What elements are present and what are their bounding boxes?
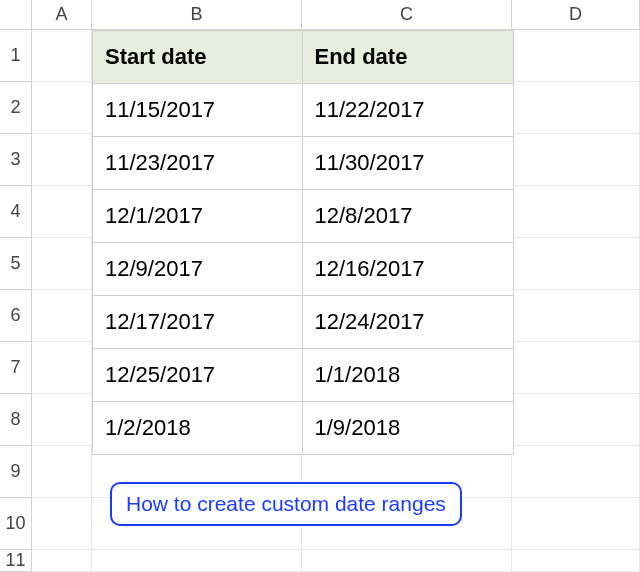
col-header-a[interactable]: A bbox=[32, 0, 92, 30]
table-row: 12/9/2017 12/16/2017 bbox=[93, 243, 514, 296]
cell-b11[interactable] bbox=[92, 550, 302, 572]
cell-d11[interactable] bbox=[512, 550, 640, 572]
tutorial-link-box[interactable]: How to create custom date ranges bbox=[110, 482, 462, 526]
cell-a2[interactable] bbox=[32, 82, 92, 134]
table-row: 1/2/2018 1/9/2018 bbox=[93, 402, 514, 455]
cell-d1[interactable] bbox=[512, 30, 640, 82]
row-header-1[interactable]: 1 bbox=[0, 30, 32, 82]
cell-d3[interactable] bbox=[512, 134, 640, 186]
header-end-date[interactable]: End date bbox=[302, 31, 514, 84]
date-range-table-wrapper: Start date End date 11/15/2017 11/22/201… bbox=[92, 30, 514, 455]
row-header-7[interactable]: 7 bbox=[0, 342, 32, 394]
row-header-2[interactable]: 2 bbox=[0, 82, 32, 134]
table-row: 11/23/2017 11/30/2017 bbox=[93, 137, 514, 190]
cell-end-date[interactable]: 12/8/2017 bbox=[302, 190, 514, 243]
cell-start-date[interactable]: 11/15/2017 bbox=[93, 84, 303, 137]
header-start-date[interactable]: Start date bbox=[93, 31, 303, 84]
row-header-10[interactable]: 10 bbox=[0, 498, 32, 550]
table-row: 12/25/2017 1/1/2018 bbox=[93, 349, 514, 402]
cell-start-date[interactable]: 12/9/2017 bbox=[93, 243, 303, 296]
cell-end-date[interactable]: 12/24/2017 bbox=[302, 296, 514, 349]
cell-a1[interactable] bbox=[32, 30, 92, 82]
row-header-5[interactable]: 5 bbox=[0, 238, 32, 290]
cell-end-date[interactable]: 11/22/2017 bbox=[302, 84, 514, 137]
tutorial-link-label: How to create custom date ranges bbox=[126, 492, 446, 515]
cell-a8[interactable] bbox=[32, 394, 92, 446]
col-header-b[interactable]: B bbox=[92, 0, 302, 30]
row-header-8[interactable]: 8 bbox=[0, 394, 32, 446]
date-range-table: Start date End date 11/15/2017 11/22/201… bbox=[92, 30, 514, 455]
cell-start-date[interactable]: 12/25/2017 bbox=[93, 349, 303, 402]
table-header-row: Start date End date bbox=[93, 31, 514, 84]
cell-end-date[interactable]: 1/1/2018 bbox=[302, 349, 514, 402]
cell-start-date[interactable]: 12/17/2017 bbox=[93, 296, 303, 349]
cell-a10[interactable] bbox=[32, 498, 92, 550]
row-header-11[interactable]: 11 bbox=[0, 550, 32, 572]
cell-c11[interactable] bbox=[302, 550, 512, 572]
row-header-4[interactable]: 4 bbox=[0, 186, 32, 238]
cell-start-date[interactable]: 12/1/2017 bbox=[93, 190, 303, 243]
cell-a9[interactable] bbox=[32, 446, 92, 498]
row-header-3[interactable]: 3 bbox=[0, 134, 32, 186]
table-row: 12/17/2017 12/24/2017 bbox=[93, 296, 514, 349]
cell-d7[interactable] bbox=[512, 342, 640, 394]
cell-d4[interactable] bbox=[512, 186, 640, 238]
cell-d6[interactable] bbox=[512, 290, 640, 342]
cell-d9[interactable] bbox=[512, 446, 640, 498]
cell-a11[interactable] bbox=[32, 550, 92, 572]
grid-corner bbox=[0, 0, 32, 30]
cell-a7[interactable] bbox=[32, 342, 92, 394]
cell-a5[interactable] bbox=[32, 238, 92, 290]
cell-end-date[interactable]: 12/16/2017 bbox=[302, 243, 514, 296]
cell-d8[interactable] bbox=[512, 394, 640, 446]
cell-d10[interactable] bbox=[512, 498, 640, 550]
cell-end-date[interactable]: 1/9/2018 bbox=[302, 402, 514, 455]
cell-end-date[interactable]: 11/30/2017 bbox=[302, 137, 514, 190]
col-header-d[interactable]: D bbox=[512, 0, 640, 30]
cell-start-date[interactable]: 11/23/2017 bbox=[93, 137, 303, 190]
table-row: 12/1/2017 12/8/2017 bbox=[93, 190, 514, 243]
col-header-c[interactable]: C bbox=[302, 0, 512, 30]
cell-a6[interactable] bbox=[32, 290, 92, 342]
cell-d5[interactable] bbox=[512, 238, 640, 290]
cell-d2[interactable] bbox=[512, 82, 640, 134]
row-header-6[interactable]: 6 bbox=[0, 290, 32, 342]
cell-a4[interactable] bbox=[32, 186, 92, 238]
table-row: 11/15/2017 11/22/2017 bbox=[93, 84, 514, 137]
cell-start-date[interactable]: 1/2/2018 bbox=[93, 402, 303, 455]
cell-a3[interactable] bbox=[32, 134, 92, 186]
row-header-9[interactable]: 9 bbox=[0, 446, 32, 498]
